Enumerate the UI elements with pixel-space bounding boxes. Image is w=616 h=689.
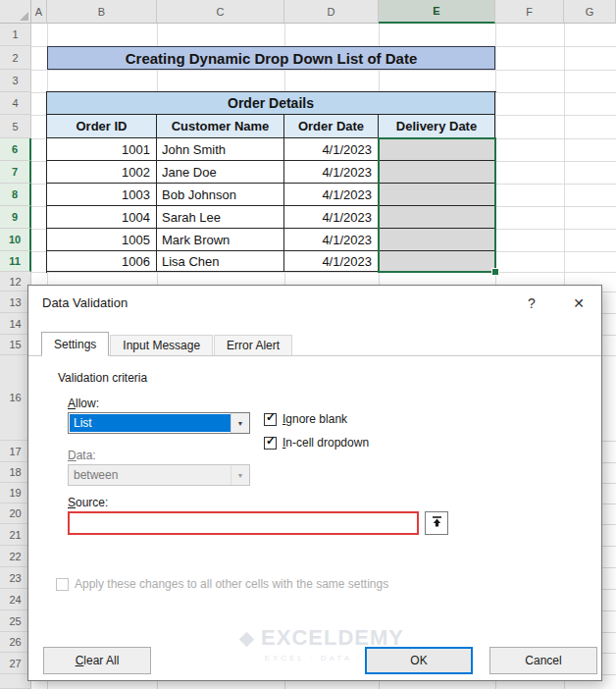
exceldemy-logo-icon — [239, 632, 255, 648]
cell-customer-name[interactable]: Mark Brown — [157, 229, 284, 251]
cell-order-id[interactable]: 1004 — [47, 206, 157, 229]
row-header-3[interactable]: 3 — [0, 70, 31, 92]
collapse-dialog-icon — [431, 515, 443, 531]
column-header-g[interactable]: G — [564, 0, 616, 24]
table-header-order-date[interactable]: Order Date — [284, 115, 379, 138]
cell-customer-name[interactable]: Bob Johnson — [157, 184, 284, 206]
column-header-e[interactable]: E — [379, 0, 495, 24]
collapse-dialog-button[interactable] — [425, 511, 448, 535]
cell-order-date[interactable]: 4/1/2023 — [284, 229, 379, 251]
incell-dropdown-checkbox[interactable]: ✓ In-cell dropdown — [264, 436, 369, 450]
cell-order-id[interactable]: 1001 — [47, 138, 157, 161]
cell-order-date[interactable]: 4/1/2023 — [284, 184, 379, 206]
cell-order-date[interactable]: 4/1/2023 — [284, 138, 379, 161]
tab-input-message[interactable]: Input Message — [110, 335, 213, 355]
incell-dropdown-label: In-cell dropdown — [282, 436, 369, 450]
select-all-corner[interactable] — [0, 0, 31, 24]
cell-order-id[interactable]: 1002 — [47, 161, 157, 184]
cell-order-id[interactable]: 1006 — [47, 251, 157, 272]
row-header-8[interactable]: 8 — [0, 184, 31, 206]
apply-changes-checkbox[interactable]: ✓ Apply these changes to all other cells… — [56, 577, 388, 591]
checkbox-box[interactable]: ✓ — [264, 413, 277, 426]
allow-dropdown[interactable]: List ▼ — [68, 412, 250, 434]
column-header-b[interactable]: B — [47, 0, 157, 24]
row-header-5[interactable]: 5 — [0, 115, 31, 138]
cell-order-id[interactable]: 1005 — [47, 229, 157, 251]
cell-customer-name[interactable]: Jane Doe — [157, 161, 284, 184]
clear-all-label: Clear All — [76, 654, 120, 667]
table-title-cell[interactable]: Order Details — [47, 92, 495, 115]
cell-order-id[interactable]: 1003 — [47, 184, 157, 206]
excel-window: Data Validation ? ✕ SettingsInput Messag… — [0, 0, 616, 689]
check-icon: ✓ — [266, 434, 276, 448]
cell-customer-name[interactable]: John Smith — [157, 138, 284, 161]
dialog-title: Data Validation — [42, 295, 128, 310]
sheet-title-banner: Creating Dynamic Drop Down List of Date — [47, 46, 495, 70]
check-icon: ✓ — [266, 410, 276, 424]
data-validation-dialog: Data Validation ? ✕ SettingsInput Messag… — [27, 285, 602, 681]
row-header-1[interactable]: 1 — [0, 24, 31, 46]
apply-changes-label: Apply these changes to all other cells w… — [75, 577, 388, 591]
cell-delivery-date[interactable] — [379, 229, 495, 251]
column-header-a[interactable]: A — [31, 0, 47, 24]
row-header-6[interactable]: 6 — [0, 138, 31, 161]
data-dropdown[interactable]: between ▼ — [68, 464, 250, 486]
ok-label: OK — [410, 654, 427, 667]
table-header-delivery-date[interactable]: Delivery Date — [379, 115, 495, 138]
dialog-tab-strip: SettingsInput MessageError Alert — [28, 331, 601, 356]
cell-delivery-date[interactable] — [379, 251, 495, 272]
row-header-9[interactable]: 9 — [0, 206, 31, 229]
column-header-d[interactable]: D — [284, 0, 379, 24]
source-label: Source: — [68, 496, 108, 509]
cell-order-date[interactable]: 4/1/2023 — [284, 206, 379, 229]
cell-order-date[interactable]: 4/1/2023 — [284, 161, 379, 184]
close-icon[interactable]: ✕ — [564, 292, 593, 314]
chevron-down-icon: ▼ — [231, 465, 249, 485]
row-header-2[interactable]: 2 — [0, 46, 31, 70]
clear-all-button[interactable]: Clear All — [43, 647, 151, 674]
source-input[interactable] — [68, 511, 419, 535]
help-icon[interactable]: ? — [519, 292, 544, 314]
table-header-customer-name[interactable]: Customer Name — [157, 115, 284, 138]
cell-customer-name[interactable]: Lisa Chen — [157, 251, 284, 272]
allow-label: Allow: — [68, 397, 99, 410]
data-label: Data: — [68, 449, 96, 462]
cell-delivery-date[interactable] — [379, 206, 495, 229]
ignore-blank-checkbox[interactable]: ✓ Ignore blank — [264, 412, 347, 426]
row-header-4[interactable]: 4 — [0, 92, 31, 115]
column-header-f[interactable]: F — [495, 0, 564, 24]
cell-delivery-date[interactable] — [379, 161, 495, 184]
data-value: between — [70, 466, 231, 484]
column-header-c[interactable]: C — [157, 0, 284, 24]
validation-criteria-label: Validation criteria — [58, 371, 147, 385]
ignore-blank-label: Ignore blank — [282, 412, 347, 426]
table-header-order-id[interactable]: Order ID — [47, 115, 157, 138]
row-header-11[interactable]: 11 — [0, 251, 31, 272]
cell-customer-name[interactable]: Sarah Lee — [157, 206, 284, 229]
checkbox-box[interactable]: ✓ — [56, 578, 69, 591]
cancel-button[interactable]: Cancel — [489, 647, 597, 674]
allow-value: List — [70, 414, 231, 432]
checkbox-box[interactable]: ✓ — [264, 437, 277, 450]
row-header-10[interactable]: 10 — [0, 229, 31, 251]
cell-order-date[interactable]: 4/1/2023 — [284, 251, 379, 272]
gridline — [31, 70, 616, 71]
tab-error-alert[interactable]: Error Alert — [214, 335, 292, 355]
cell-delivery-date[interactable] — [379, 138, 495, 161]
ok-button[interactable]: OK — [365, 647, 473, 674]
tab-settings[interactable]: Settings — [41, 332, 109, 356]
cancel-label: Cancel — [525, 654, 561, 667]
row-header-7[interactable]: 7 — [0, 161, 31, 184]
chevron-down-icon[interactable]: ▼ — [231, 413, 249, 433]
cell-delivery-date[interactable] — [379, 184, 495, 206]
